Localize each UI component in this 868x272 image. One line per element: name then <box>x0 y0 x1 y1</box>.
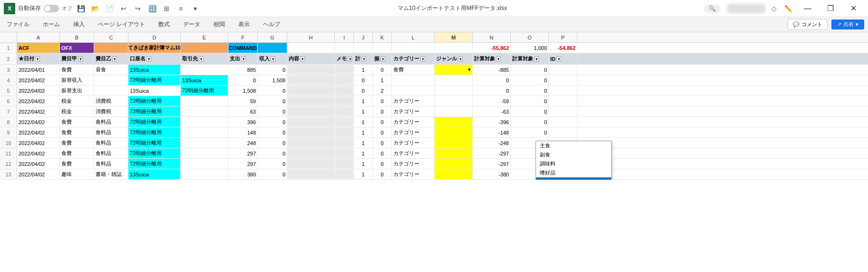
cell-M9[interactable] <box>435 127 473 137</box>
cell-G10[interactable]: 0 <box>258 138 287 148</box>
cell-L4[interactable] <box>392 75 435 85</box>
cell-M1[interactable] <box>435 43 473 53</box>
menu-help[interactable]: ヘルプ <box>260 19 283 30</box>
cell-B8[interactable]: 食費 <box>60 117 94 127</box>
cell-C2[interactable]: 費目乙▾ <box>94 53 128 64</box>
cell-I6[interactable] <box>335 96 354 106</box>
cell-H7[interactable] <box>287 107 335 117</box>
cell-J4[interactable]: 0 <box>354 75 373 85</box>
cell-K3[interactable]: 0 <box>373 65 392 75</box>
cell-N12[interactable]: -297 <box>473 159 511 169</box>
cell-C13[interactable]: 書籍・雑誌 <box>94 169 128 179</box>
col-D[interactable]: D <box>128 32 181 42</box>
cell-J5[interactable]: 0 <box>354 86 373 96</box>
col-F[interactable]: F <box>228 32 258 42</box>
cell-P7[interactable] <box>549 107 577 117</box>
cell-H1[interactable] <box>287 43 335 53</box>
col-A[interactable]: A <box>17 32 60 42</box>
menu-file[interactable]: ファイル <box>4 19 32 30</box>
cell-M6[interactable] <box>435 96 473 106</box>
cell-C5[interactable] <box>94 86 128 96</box>
cell-G7[interactable]: 0 <box>258 107 287 117</box>
cell-L5[interactable] <box>392 86 435 96</box>
menu-pagelayout[interactable]: ページ レイアウト <box>95 19 148 30</box>
cell-A9[interactable]: 2022/04/02 <box>17 127 60 137</box>
cell-K9[interactable]: 0 <box>373 127 392 137</box>
cell-P5[interactable] <box>549 86 577 96</box>
cell-M4[interactable] <box>435 75 473 85</box>
cell-K6[interactable]: 0 <box>373 96 392 106</box>
cell-M12[interactable] <box>435 159 473 169</box>
cell-A13[interactable]: 2022/04/02 <box>17 169 60 179</box>
cell-L11[interactable]: カテゴリー <box>392 148 435 158</box>
filter-icon-M[interactable]: ▾ <box>458 57 463 61</box>
cell-O3[interactable]: 0 <box>511 65 549 75</box>
cell-L13[interactable]: カテゴリー <box>392 169 435 179</box>
cell-G5[interactable]: 0 <box>258 86 287 96</box>
cell-J10[interactable]: 1 <box>354 138 373 148</box>
cell-O5[interactable]: 0 <box>511 86 549 96</box>
cell-O7[interactable]: 0 <box>511 107 549 117</box>
cell-K1[interactable] <box>373 43 392 53</box>
cell-E8[interactable] <box>181 117 228 127</box>
cell-N10[interactable]: -248 <box>473 138 511 148</box>
cell-J7[interactable]: 1 <box>354 107 373 117</box>
filter-icon-I[interactable]: ▾ <box>348 57 352 61</box>
cell-M8[interactable] <box>435 117 473 127</box>
cell-E5[interactable]: 72明細分離用 <box>181 86 228 96</box>
cell-M10[interactable] <box>435 138 473 148</box>
cell-J12[interactable]: 1 <box>354 159 373 169</box>
cell-A10[interactable]: 2022/04/02 <box>17 138 60 148</box>
col-B[interactable]: B <box>60 32 94 42</box>
cell-D9[interactable]: 72明細分離用 <box>128 127 181 137</box>
cell-O2[interactable]: 計算対象▾ <box>511 53 549 64</box>
col-M[interactable]: M <box>435 32 473 42</box>
filter-icon-K[interactable]: ▾ <box>380 57 385 61</box>
cell-C6[interactable]: 消費税 <box>94 96 128 106</box>
cell-C10[interactable]: 食料品 <box>94 138 128 148</box>
cell-D1[interactable]: てきぱき家計簿マム10 <box>128 43 181 53</box>
folder-icon[interactable]: 📂 <box>89 3 101 14</box>
cell-A8[interactable]: 2022/04/02 <box>17 117 60 127</box>
cell-K12[interactable]: 0 <box>373 159 392 169</box>
cell-K2[interactable]: 振▾ <box>373 53 392 64</box>
cell-N13[interactable]: -380 <box>473 169 511 179</box>
cell-F3[interactable]: 885 <box>228 65 258 75</box>
cell-A12[interactable]: 2022/04/02 <box>17 159 60 169</box>
cell-O4[interactable]: 0 <box>511 75 549 85</box>
cell-M13[interactable] <box>435 169 473 179</box>
cell-H13[interactable] <box>287 169 335 179</box>
cell-N5[interactable]: 0 <box>473 86 511 96</box>
cell-N6[interactable]: -59 <box>473 96 511 106</box>
cell-L10[interactable]: カテゴリー <box>392 138 435 148</box>
cell-M3[interactable]: ▾ <box>435 65 473 75</box>
cell-C1[interactable] <box>94 43 128 53</box>
col-K[interactable]: K <box>373 32 392 42</box>
cell-A11[interactable]: 2022/04/02 <box>17 148 60 158</box>
cell-J2[interactable]: 計▾ <box>354 53 373 64</box>
cell-H5[interactable] <box>287 86 335 96</box>
menu-home[interactable]: ホーム <box>40 19 63 30</box>
share-button[interactable]: ↗ 共有 ▾ <box>831 19 864 29</box>
cell-B10[interactable]: 食費 <box>60 138 94 148</box>
cell-F6[interactable]: 59 <box>228 96 258 106</box>
cell-B2[interactable]: 費目甲▾ <box>60 53 94 64</box>
cell-G3[interactable]: 0 <box>258 65 287 75</box>
cell-I1[interactable] <box>335 43 354 53</box>
cell-J8[interactable]: 1 <box>354 117 373 127</box>
minimize-button[interactable]: — <box>797 2 819 15</box>
cell-D3[interactable]: 13Suica <box>128 65 181 75</box>
cell-H9[interactable] <box>287 127 335 137</box>
cell-C3[interactable]: 昼食 <box>94 65 128 75</box>
menu-review[interactable]: 校閲 <box>211 19 228 30</box>
cell-D13[interactable]: 13Suica <box>128 169 181 179</box>
col-L[interactable]: L <box>392 32 435 42</box>
cell-N3[interactable]: -885 <box>473 65 511 75</box>
redo-icon[interactable]: ↪ <box>132 3 144 14</box>
cell-H6[interactable] <box>287 96 335 106</box>
cell-D2[interactable]: 口座名▾ <box>128 53 181 64</box>
new-icon[interactable]: 📄 <box>104 3 115 14</box>
cell-E4[interactable]: 13Suica <box>181 75 228 85</box>
cell-I4[interactable] <box>335 75 354 85</box>
cell-E2[interactable]: 取引先▾ <box>181 53 228 64</box>
